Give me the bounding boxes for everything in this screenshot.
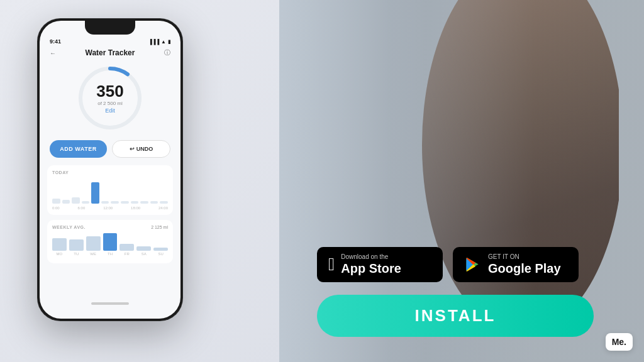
bar-fr [119,244,134,251]
day-fr: FR [125,252,130,256]
undo-label: UNDO [136,146,153,152]
install-button[interactable]: INSTALL [317,295,594,337]
bar-5-active [91,182,99,204]
google-play-icon [464,256,482,273]
info-icon[interactable]: ⓘ [164,48,170,57]
bar-8 [121,201,129,204]
signal-icon: ▐▐▐ [148,39,159,45]
bar-su [153,248,168,251]
bar-sa [136,246,151,251]
today-bars [52,178,168,204]
apple-icon:  [328,256,335,273]
undo-button[interactable]: ↩ UNDO [112,140,170,158]
week-we: WE [86,233,101,256]
chart-times: 0:00 6:00 12:00 18:00 24:00 [52,206,168,210]
back-icon[interactable]: ← [50,50,56,57]
day-tu: TU [74,252,79,256]
undo-icon: ↩ [130,146,135,152]
bar-12 [160,201,168,204]
google-play-name: Google Play [488,261,561,276]
bar-2 [62,200,70,204]
battery-icon: ▮ [168,39,170,45]
bar-we [86,236,101,251]
weekly-bars: MO TU WE TH [52,233,168,256]
time-0: 0:00 [52,206,60,210]
today-label: TODAY [52,170,168,175]
progress-circle: 350 of 2 500 ml Edit [75,63,145,133]
bar-11 [150,201,158,204]
weekly-chart: WEEKLY AVG. 2 125 ml MO TU [47,220,173,263]
bar-th [103,233,118,251]
week-sa: SA [136,233,151,256]
add-water-button[interactable]: ADD WATER [50,140,107,158]
google-play-svg [464,256,482,273]
store-buttons:  Download on the App Store GET IT ON Go… [317,247,619,282]
weekly-header: WEEKLY AVG. 2 125 ml [52,225,168,229]
week-th: TH [103,233,118,256]
time-12: 12:00 [103,206,113,210]
bar-4 [82,201,90,204]
google-play-text: GET IT ON Google Play [488,253,561,276]
bar-7 [111,201,119,204]
bar-1 [52,199,60,204]
day-mo: MO [57,252,63,256]
status-bar: 9:41 ▐▐▐ ▲ ▮ [47,38,173,45]
time-6: 6:00 [78,206,86,210]
app-screen: 9:41 ▐▐▐ ▲ ▮ ← Water Tracker ⓘ [40,21,180,319]
status-icons: ▐▐▐ ▲ ▮ [148,39,170,45]
week-mo: MO [52,233,67,256]
water-stats: 350 of 2 500 ml Edit [96,83,123,114]
bar-3 [72,197,80,204]
bar-tu [69,239,84,251]
bar-9 [131,201,139,204]
bar-6 [101,201,109,204]
home-indicator [91,302,129,305]
app-store-button[interactable]:  Download on the App Store [317,247,443,282]
app-store-sub: Download on the [341,253,401,261]
water-amount-value: 350 [96,83,123,99]
week-su: SU [153,233,168,256]
week-tu: TU [69,233,84,256]
time-18: 18:00 [131,206,140,210]
day-we: WE [90,252,96,256]
bar-10 [140,201,148,204]
time-24: 24:00 [158,206,168,210]
day-sa: SA [142,252,147,256]
today-chart: TODAY [47,165,173,215]
google-play-sub: GET IT ON [488,253,561,261]
day-su: SU [158,252,163,256]
weekly-label: WEEKLY AVG. [52,225,86,229]
bar-mo [52,238,67,251]
right-content:  Download on the App Store GET IT ON Go… [279,0,644,362]
me-badge: Me. [606,333,633,351]
status-time: 9:41 [50,38,61,45]
day-th: TH [108,252,113,256]
week-fr: FR [119,233,134,256]
phone-screen: 9:41 ▐▐▐ ▲ ▮ ← Water Tracker ⓘ [40,21,180,319]
app-store-text: Download on the App Store [341,253,401,276]
wifi-icon: ▲ [161,39,166,45]
bottom-area [47,263,173,311]
app-header-title: Water Tracker [86,48,135,57]
phone-mockup: 9:41 ▐▐▐ ▲ ▮ ← Water Tracker ⓘ [38,19,182,321]
app-header: ← Water Tracker ⓘ [47,48,173,57]
phone-notch [85,21,135,35]
water-edit-link[interactable]: Edit [105,107,115,114]
action-buttons: ADD WATER ↩ UNDO [47,140,173,158]
google-play-button[interactable]: GET IT ON Google Play [453,247,579,282]
water-circle: 350 of 2 500 ml Edit [47,63,173,133]
phone-frame: 9:41 ▐▐▐ ▲ ▮ ← Water Tracker ⓘ [38,19,182,321]
weekly-value: 2 125 ml [151,225,168,229]
app-store-name: App Store [341,261,401,276]
water-goal: of 2 500 ml [97,101,123,106]
